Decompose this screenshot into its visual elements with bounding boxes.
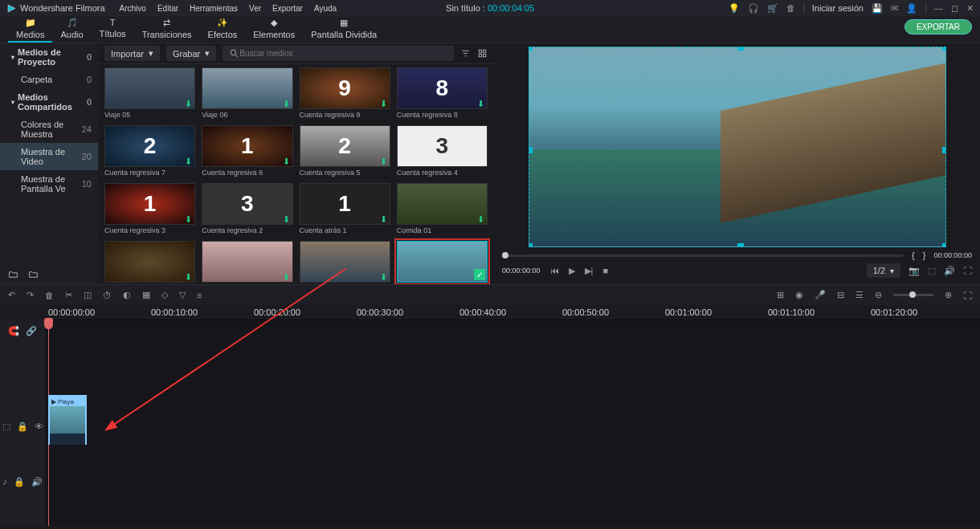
media-thumb[interactable]: 2⬇ [104, 125, 195, 167]
preview-canvas[interactable] [529, 47, 946, 247]
media-thumb[interactable]: ⬇ [397, 183, 488, 225]
media-item-12[interactable]: ⬇Comida 02 [104, 241, 195, 284]
speed-icon[interactable]: ⏱ [103, 291, 112, 300]
login-link[interactable]: Iniciar sesión [812, 3, 864, 13]
media-item-13[interactable]: ⬇Flor de Cerezo [202, 241, 292, 284]
redo-icon[interactable]: ↷ [27, 290, 34, 300]
close-icon[interactable]: ✕ [966, 3, 974, 14]
sidebar-item-4[interactable]: Muestra de Video20 [0, 143, 98, 170]
new-folder-icon[interactable] [8, 269, 18, 279]
timeline-track-empty[interactable] [45, 319, 980, 371]
media-item-15[interactable]: ✓Playa [397, 241, 488, 284]
cut-icon[interactable]: ✂ [65, 290, 72, 300]
quality-icon[interactable]: ⬚ [928, 266, 936, 276]
media-item-11[interactable]: ⬇Comida 01 [397, 183, 488, 234]
media-thumb[interactable]: 9⬇ [300, 67, 390, 109]
lock-track-icon[interactable]: ⬚ [2, 421, 10, 432]
render-icon[interactable]: ◉ [795, 290, 803, 300]
timeline[interactable]: 00:00:00:0000:00:10:0000:00:20:0000:00:3… [0, 305, 980, 526]
tab-audio[interactable]: 🎵Audio [52, 16, 91, 43]
adjust-icon[interactable]: ⊟ [837, 290, 844, 300]
tab-titulos[interactable]: TTítulos [92, 16, 134, 43]
menu-editar[interactable]: Editar [157, 4, 178, 13]
tab-pantalla[interactable]: ▦Pantalla Dividida [303, 16, 385, 43]
folder-icon[interactable] [28, 269, 39, 279]
media-item-3[interactable]: 8⬇Cuenta regresiva 8 [397, 67, 488, 119]
menu-herramientas[interactable]: Herramientas [190, 4, 238, 13]
greenscreen-icon[interactable]: ▦ [142, 290, 150, 300]
tab-elementos[interactable]: ◆Elementos [245, 16, 303, 43]
marker-icon[interactable]: ▽ [179, 290, 186, 300]
zoom-fit-icon[interactable]: ⛶ [963, 291, 972, 300]
grid-view-icon[interactable] [477, 48, 488, 59]
volume-icon[interactable]: 🔊 [944, 266, 955, 276]
sidebar-item-3[interactable]: Colores de Muestra24 [0, 116, 98, 143]
menu-ayuda[interactable]: Ayuda [314, 4, 337, 13]
mute-track-icon[interactable]: 🔒 [17, 421, 28, 432]
scrub-bar[interactable] [502, 254, 904, 257]
import-dropdown[interactable]: Importar▾ [104, 46, 160, 61]
crop-icon[interactable]: ◫ [84, 290, 92, 300]
tab-transiciones[interactable]: ⇄Transiciones [134, 16, 200, 43]
media-item-1[interactable]: ⬇Viaje 06 [202, 67, 292, 119]
color-icon[interactable]: ◐ [123, 290, 131, 300]
zoom-slider[interactable] [893, 294, 933, 296]
audio-track-icon[interactable]: ♪ [2, 477, 7, 487]
media-item-0[interactable]: ⬇Viaje 05 [104, 67, 195, 119]
link-icon[interactable]: 🔗 [26, 326, 37, 336]
zoom-dropdown[interactable]: 1/2 ▾ [867, 263, 900, 278]
undo-icon[interactable]: ↶ [8, 290, 15, 300]
audio-lock-icon[interactable]: 🔒 [14, 477, 25, 487]
media-thumb[interactable]: ✓ [397, 241, 488, 283]
tab-medios[interactable]: 📁Medios [8, 16, 52, 43]
media-item-5[interactable]: 1⬇Cuenta regresiva 6 [202, 125, 292, 177]
media-item-7[interactable]: 3Cuenta regresiva 4 [397, 125, 488, 177]
media-thumb[interactable]: ⬇ [104, 241, 195, 283]
export-button[interactable]: EXPORTAR [904, 19, 972, 35]
mixer-icon[interactable]: ⊞ [777, 290, 784, 300]
trash-icon[interactable]: 🗑 [786, 3, 795, 13]
timeline-clip[interactable]: ▶Playa [48, 395, 87, 445]
maximize-icon[interactable]: ◻ [951, 3, 958, 14]
sidebar-item-2[interactable]: ▾Medios Compartidos0 [0, 88, 98, 116]
search-input[interactable] [223, 46, 454, 61]
record-vo-icon[interactable]: 🎤 [815, 290, 826, 300]
audio-mute-icon[interactable]: 🔊 [31, 477, 43, 487]
media-thumb[interactable]: ⬇ [300, 241, 390, 283]
bulb-icon[interactable]: 💡 [729, 3, 740, 14]
sidebar-item-0[interactable]: ▾Medios de Proyecto0 [0, 43, 98, 71]
media-item-9[interactable]: 3⬇Cuenta regresiva 2 [202, 183, 292, 234]
filter-icon[interactable] [460, 48, 471, 59]
keyframe-icon[interactable]: ◇ [161, 290, 168, 300]
menu-exportar[interactable]: Exportar [272, 4, 303, 13]
cart-icon[interactable]: 🛒 [767, 3, 778, 14]
mark-in[interactable]: { [912, 250, 915, 260]
media-thumb[interactable]: ⬇ [104, 67, 195, 109]
record-dropdown[interactable]: Grabar▾ [166, 46, 216, 61]
media-thumb[interactable]: ⬇ [202, 67, 292, 109]
media-item-8[interactable]: 1⬇Cuenta regresiva 3 [104, 183, 195, 234]
fullscreen-icon[interactable]: ⛶ [963, 266, 972, 275]
menu-archivo[interactable]: Archivo [120, 4, 146, 13]
save-icon[interactable]: 💾 [872, 3, 883, 14]
media-thumb[interactable]: 1⬇ [300, 183, 390, 225]
menu-ver[interactable]: Ver [249, 4, 261, 13]
sidebar-item-1[interactable]: Carpeta0 [0, 71, 98, 88]
media-thumb[interactable]: ⬇ [202, 241, 292, 283]
timeline-ruler[interactable]: 00:00:00:0000:00:10:0000:00:20:0000:00:3… [0, 305, 980, 319]
delete-icon[interactable]: 🗑 [45, 291, 54, 300]
tab-efectos[interactable]: ✨Efectos [200, 16, 246, 43]
mail-icon[interactable]: ✉ [891, 3, 898, 14]
media-thumb[interactable]: 1⬇ [104, 183, 195, 225]
prev-frame-icon[interactable]: ⏮ [550, 266, 559, 275]
media-thumb[interactable]: 2⬇ [300, 125, 390, 167]
hide-track-icon[interactable]: 👁 [35, 421, 43, 432]
manage-tracks-icon[interactable]: ☰ [855, 290, 864, 300]
media-item-6[interactable]: 2⬇Cuenta regresiva 5 [300, 125, 390, 177]
minimize-icon[interactable]: — [934, 3, 943, 13]
snapshot-icon[interactable]: 📷 [909, 266, 920, 276]
user-icon[interactable]: 👤 [906, 3, 917, 14]
media-thumb[interactable]: 8⬇ [397, 67, 488, 109]
media-item-2[interactable]: 9⬇Cuenta regresiva 9 [300, 67, 390, 119]
media-item-10[interactable]: 1⬇Cuenta atrás 1 [300, 183, 390, 234]
